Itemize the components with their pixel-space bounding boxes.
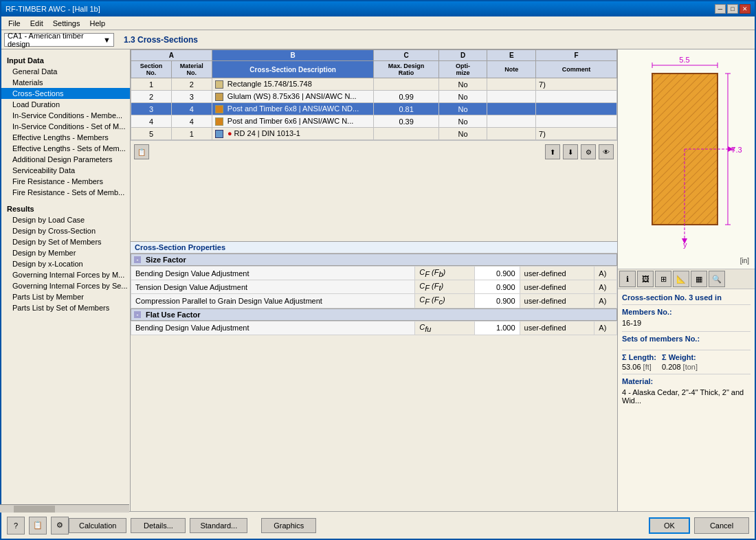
info-members-row: Members No.: 16-19 [622,308,751,328]
import-button[interactable]: ⬆ [545,144,560,159]
config-button[interactable]: ⚙ [51,517,69,535]
content-area: A B C D E F SectionNo. MaterialNo. Cross… [131,49,617,511]
sidebar-item-design-set-members[interactable]: Design by Set of Members [1,236,130,247]
sidebar-item-cross-sections[interactable]: Cross-Sections [1,88,130,99]
props-row: Tension Design Value Adjustment CF (Ft) … [131,280,617,294]
details-button[interactable]: Details... [131,518,186,533]
sum-length-number: 53.06 [622,363,641,371]
cell-material-no: 1 [171,128,212,140]
bottom-right-buttons: OK Cancel [649,517,749,534]
sidebar-item-parts-list-member[interactable]: Parts List by Member [1,291,130,302]
collapse-icon[interactable]: - [134,256,141,263]
sidebar-item-gov-internal-m[interactable]: Governing Internal Forces by M... [1,269,130,280]
table-row[interactable]: 3 4 Post and Timber 6x8 | ANSI/AWC ND...… [131,103,617,115]
table-button[interactable]: ▦ [691,271,707,287]
sidebar-item-serviceability[interactable]: Serviceability Data [1,165,130,176]
sets-value [622,344,751,347]
sidebar-item-eff-lengths-sets[interactable]: Effective Lengths - Sets of Mem... [1,143,130,154]
settings-panel-button[interactable]: 🔍 [709,271,725,287]
prop-note: A) [594,321,617,335]
prop-label: Bending Design Value Adjustment [131,321,415,335]
menu-bar: File Edit Settings Help [1,16,755,30]
design-dropdown[interactable]: CA1 - American timber design ▼ [4,33,114,47]
copy-button[interactable]: 📋 [29,517,47,535]
export-button[interactable]: ⬇ [563,144,578,159]
color-swatch [215,93,223,101]
prop-label: Bending Design Value Adjustment [131,267,415,280]
sidebar-item-design-member[interactable]: Design by Member [1,247,130,258]
graphics-button[interactable]: Graphics [261,518,316,533]
main-area: Input Data General Data Materials Cross-… [1,49,755,511]
prop-value[interactable]: 0.900 [475,294,520,308]
members-label: Members No.: [622,308,751,316]
title-bar-buttons: ─ □ ✕ [715,4,751,14]
material-value: 4 - Alaska Cedar, 2"-4" Thick, 2" and Wi… [622,387,751,406]
prop-symbol: CF (Ft) [415,280,475,294]
sidebar-item-design-load-case[interactable]: Design by Load Case [1,214,130,225]
main-window: RF-TIMBER AWC - [Hall 1b] ─ □ ✕ File Edi… [0,0,756,540]
cross-section-svg: 5.5 7.3 x y [621,53,752,266]
prop-value[interactable]: 1.000 [475,321,520,335]
close-button[interactable]: ✕ [740,4,751,14]
zoom-fit-button[interactable]: ⊞ [655,271,671,287]
sidebar-item-fire-resistance-members[interactable]: Fire Resistance - Members [1,176,130,187]
menu-help[interactable]: Help [85,19,109,28]
minimize-button[interactable]: ─ [715,4,726,14]
calculation-button[interactable]: Calculation [69,518,126,533]
prop-value[interactable]: 0.900 [475,280,520,294]
prop-note: A) [594,267,617,280]
settings-icon-btn[interactable]: ⚙ [581,144,596,159]
window-title: RF-TIMBER AWC - [Hall 1b] [5,5,100,13]
flat-use-factor-header: - Flat Use Factor [131,308,617,321]
table-row[interactable]: 1 2 Rectangle 15.748/15.748 No 7) [131,78,617,91]
sidebar-item-design-cross-section[interactable]: Design by Cross-Section [1,225,130,236]
cell-note [487,128,536,140]
collapse-icon[interactable]: - [134,311,141,318]
sidebar-item-eff-lengths-members[interactable]: Effective Lengths - Members [1,132,130,143]
add-row-button[interactable]: 📋 [134,144,149,159]
sidebar-item-load-duration[interactable]: Load Duration [1,99,130,110]
sidebar-item-gov-internal-s[interactable]: Governing Internal Forces by Se... [1,280,130,291]
sidebar-scrollbar[interactable] [1,504,129,511]
cell-desc: Post and Timber 6x6 | ANSI/AWC N... [212,115,374,128]
menu-settings[interactable]: Settings [49,19,85,28]
prop-value[interactable]: 0.900 [475,267,520,280]
table-row[interactable]: 5 1 ● RD 24 | DIN 1013-1 No 7) [131,128,617,140]
sidebar-item-general-data[interactable]: General Data [1,66,130,77]
prop-type: user-defined [520,267,594,280]
sidebar-item-in-service-sets[interactable]: In-Service Conditions - Set of M... [1,121,130,132]
bottom-left-buttons: ? 📋 ⚙ [7,517,69,535]
sidebar-item-materials[interactable]: Materials [1,77,130,88]
cell-desc: Rectangle 15.748/15.748 [212,78,374,91]
subheader-desc: Cross-Section Description [212,61,374,78]
measure-button[interactable]: 📐 [673,271,689,287]
header-a: A [131,50,212,61]
table-row[interactable]: 4 4 Post and Timber 6x6 | ANSI/AWC N... … [131,115,617,128]
standard-button[interactable]: Standard... [190,518,247,533]
sidebar-item-fire-resistance-sets[interactable]: Fire Resistance - Sets of Memb... [1,187,130,198]
view-button[interactable]: 👁 [599,144,614,159]
props-row: Bending Design Value Adjustment CF (Fb) … [131,267,617,280]
ok-button[interactable]: OK [649,517,690,534]
cell-note [487,103,536,115]
graphics-btn-wrap: Graphics [261,518,316,533]
sidebar-item-design-x-location[interactable]: Design by x-Location [1,258,130,269]
sidebar-item-parts-list-set[interactable]: Parts List by Set of Members [1,302,130,313]
maximize-button[interactable]: □ [727,4,738,14]
sidebar-item-in-service-members[interactable]: In-Service Conditions - Membe... [1,110,130,121]
info-button[interactable]: ℹ [619,271,636,287]
sidebar-item-add-design-params[interactable]: Additional Design Parameters [1,154,130,165]
cell-section-no: 1 [131,78,172,91]
cell-optimize: No [438,91,487,103]
cell-material-no: 2 [171,78,212,91]
prop-label: Tension Design Value Adjustment [131,280,415,294]
table-row[interactable]: 2 3 Glulam (WS) 8.75x36 | ANSI/AWC N... … [131,91,617,103]
render-button[interactable]: 🖼 [637,271,654,287]
prop-type: user-defined [520,321,594,335]
size-factor-label: Size Factor [146,256,186,264]
prop-symbol: CF (Fc) [415,294,475,308]
help-button[interactable]: ? [7,517,25,535]
cancel-button[interactable]: Cancel [694,517,749,534]
menu-file[interactable]: File [4,19,25,28]
menu-edit[interactable]: Edit [26,19,47,28]
